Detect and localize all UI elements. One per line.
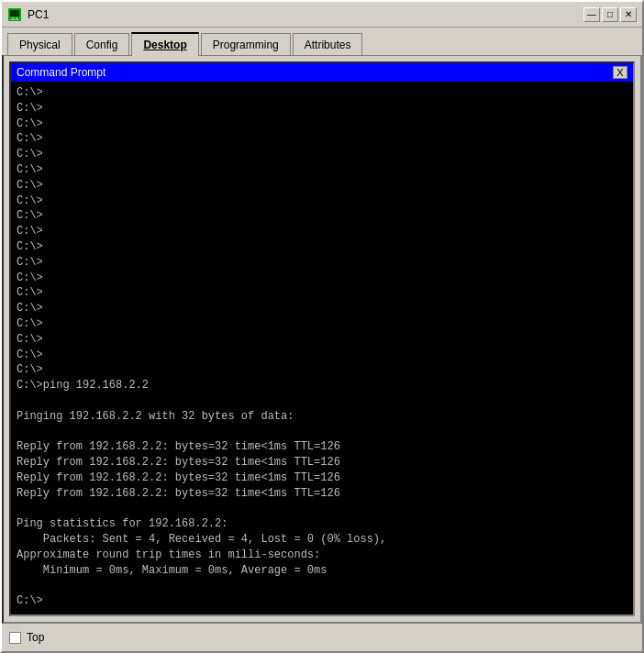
terminal-line: Reply from 192.168.2.2: bytes=32 time<1m… (17, 486, 627, 502)
terminal-line: C:\>ping 192.168.2.2 (17, 378, 627, 393)
svg-rect-2 (12, 17, 14, 19)
svg-rect-1 (10, 10, 19, 17)
tab-physical[interactable]: Physical (7, 33, 72, 55)
terminal-line: C:\> (17, 194, 627, 209)
terminal-line: C:\> (17, 116, 627, 132)
terminal-line: C:\> (17, 271, 627, 286)
window-title: PC1 (28, 8, 583, 21)
terminal-line: C:\> (17, 285, 627, 301)
terminal-line: Reply from 192.168.2.2: bytes=32 time<1m… (17, 439, 627, 455)
terminal-line: Pinging 192.168.2.2 with 32 bytes of dat… (17, 409, 627, 425)
terminal-line: Reply from 192.168.2.2: bytes=32 time<1m… (17, 470, 627, 486)
terminal-line: C:\> (17, 208, 627, 224)
tab-attributes[interactable]: Attributes (293, 33, 363, 55)
tab-programming[interactable]: Programming (201, 33, 291, 55)
terminal-line: Ping statistics for 192.168.2.2: (17, 516, 627, 532)
terminal-line: Approximate round trip times in milli-se… (17, 548, 627, 563)
cmd-close-button[interactable]: X (613, 66, 627, 79)
terminal-line (17, 579, 627, 594)
terminal-line: Reply from 192.168.2.2: bytes=32 time<1m… (17, 455, 627, 470)
tab-content: Command Prompt X C:\>C:\>C:\>C:\>C:\>C:\… (2, 55, 642, 624)
terminal-line: C:\> (17, 255, 627, 271)
title-bar: PC1 — □ ✕ (2, 2, 642, 28)
minimize-button[interactable]: — (583, 7, 600, 22)
top-checkbox[interactable] (9, 632, 21, 644)
maximize-button[interactable]: □ (602, 7, 618, 22)
terminal-line: C:\> (17, 101, 627, 116)
tab-desktop[interactable]: Desktop (131, 32, 198, 56)
terminal-line: C:\> (17, 131, 627, 147)
terminal-line (17, 393, 627, 409)
svg-rect-4 (10, 19, 19, 20)
tabs-bar: Physical Config Desktop Programming Attr… (2, 28, 642, 55)
window-icon (7, 7, 22, 22)
bottom-bar: Top (2, 624, 642, 651)
terminal-line: Minimum = 0ms, Maximum = 0ms, Average = … (17, 563, 627, 579)
terminal-line: C:\> (17, 316, 627, 332)
terminal-line: C:\> (17, 348, 627, 363)
terminal-line: C:\> (17, 85, 627, 101)
close-button[interactable]: ✕ (620, 7, 637, 22)
top-label: Top (27, 631, 44, 644)
terminal-line: C:\> (17, 362, 627, 378)
command-prompt-window: Command Prompt X C:\>C:\>C:\>C:\>C:\>C:\… (9, 61, 635, 616)
svg-rect-3 (16, 17, 17, 19)
terminal-line: C:\> (17, 147, 627, 162)
terminal-line: C:\> (17, 224, 627, 239)
cmd-title-bar: Command Prompt X (11, 63, 633, 82)
terminal-line: C:\> (17, 332, 627, 348)
terminal-line: C:\> (17, 239, 627, 255)
main-window: PC1 — □ ✕ Physical Config Desktop Progra… (0, 0, 644, 653)
window-controls: — □ ✕ (583, 7, 637, 22)
cmd-title-label: Command Prompt (17, 66, 105, 79)
terminal-line: Packets: Sent = 4, Received = 4, Lost = … (17, 532, 627, 548)
terminal-line: C:\> (17, 593, 627, 609)
tab-config[interactable]: Config (74, 33, 130, 55)
terminal-line: C:\> (17, 162, 627, 178)
terminal-line (17, 502, 627, 517)
cmd-body[interactable]: C:\>C:\>C:\>C:\>C:\>C:\>C:\>C:\>C:\>C:\>… (11, 82, 633, 614)
terminal-line: C:\> (17, 301, 627, 316)
terminal-line (17, 425, 627, 440)
terminal-line: C:\> (17, 178, 627, 194)
